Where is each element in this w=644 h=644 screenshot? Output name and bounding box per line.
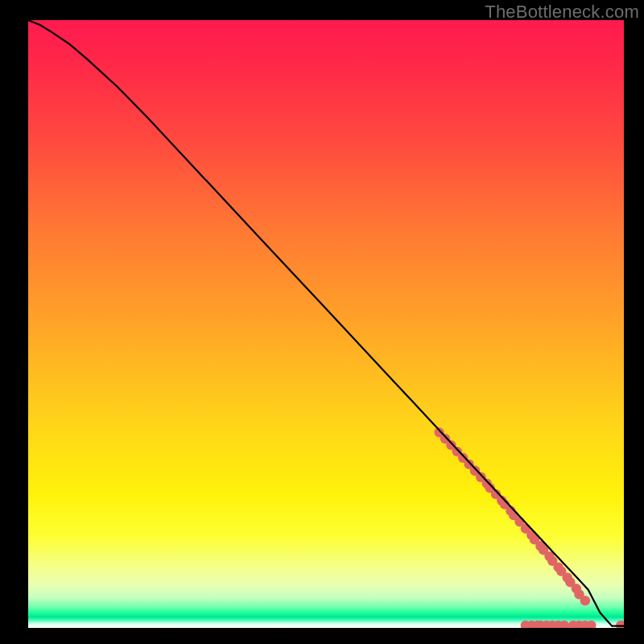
data-dots [434, 427, 624, 628]
watermark-text: TheBottleneck.com [485, 2, 639, 23]
chart-overlay [28, 20, 624, 628]
chart-stage: TheBottleneck.com [0, 0, 644, 644]
data-dot [580, 596, 590, 605]
plot-area [28, 20, 624, 628]
